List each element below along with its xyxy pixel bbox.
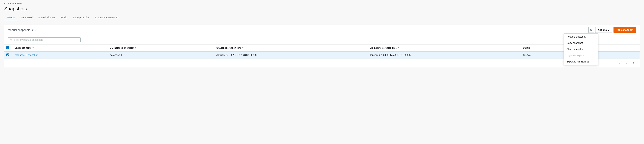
tabs-bar: Manual Automated Shared with me Public B… bbox=[0, 14, 644, 21]
actions-dropdown-container: Actions ▲ Restore snapshot Copy snapshot… bbox=[595, 27, 612, 33]
next-page-button[interactable]: › bbox=[624, 60, 629, 66]
search-input-wrap[interactable]: 🔍 bbox=[8, 37, 80, 42]
row-instance-created-time: January 27, 2023, 14:48 (UTC+00:00) bbox=[366, 51, 520, 59]
prev-page-button[interactable]: ‹ bbox=[617, 60, 622, 66]
col-db-instance: DB instance or cluster ▼ bbox=[106, 44, 213, 51]
panel-title-wrap: Manual snapshots (1) bbox=[8, 28, 36, 32]
snapshots-table-container: Snapshot name ▼ DB instance or cluster ▼ bbox=[4, 44, 640, 59]
snapshots-table: Snapshot name ▼ DB instance or cluster ▼ bbox=[4, 44, 640, 59]
breadcrumb-separator: › bbox=[10, 2, 10, 5]
row-snapshot-name: database-1-snapshot bbox=[11, 51, 106, 59]
panel-toolbar: ↻ Actions ▲ Restore snapshot Copy snapsh… bbox=[588, 27, 636, 33]
tab-backup-service[interactable]: Backup service bbox=[70, 14, 92, 21]
bottom-bar: ‹ › ⚙ bbox=[4, 59, 640, 67]
breadcrumb-parent[interactable]: RDS bbox=[4, 2, 9, 5]
dropdown-item-migrate: Migrate snapshot bbox=[564, 52, 598, 58]
sort-icon-creation-time: ▼ bbox=[242, 47, 244, 49]
status-available-icon bbox=[523, 54, 526, 56]
search-input[interactable] bbox=[14, 38, 79, 41]
panel-header: Manual snapshots (1) ↻ Actions ▲ Restore… bbox=[4, 25, 640, 35]
settings-button[interactable]: ⚙ bbox=[631, 60, 636, 66]
breadcrumb: RDS › Snapshots bbox=[0, 0, 644, 5]
tab-automated[interactable]: Automated bbox=[18, 14, 35, 21]
dropdown-item-export[interactable]: Export to Amazon S3 bbox=[564, 58, 598, 65]
dropdown-item-copy[interactable]: Copy snapshot bbox=[564, 40, 598, 46]
table-row: database-1-snapshot database-1 January 2… bbox=[4, 51, 640, 59]
gear-icon: ⚙ bbox=[632, 62, 634, 64]
actions-arrow-icon: ▲ bbox=[608, 29, 610, 31]
sort-icon-instance-created-time: ▼ bbox=[398, 47, 399, 49]
row-checkbox[interactable] bbox=[6, 53, 9, 56]
col-creation-time: Snapshot creation time ▼ bbox=[213, 44, 366, 51]
dropdown-item-share[interactable]: Share snapshot bbox=[564, 46, 598, 52]
page-title: Snapshots bbox=[0, 5, 644, 14]
breadcrumb-current: Snapshots bbox=[12, 2, 22, 5]
panel-title: Manual snapshots (1) bbox=[8, 28, 36, 32]
col-status: Status bbox=[520, 44, 566, 51]
row-checkbox-cell bbox=[4, 51, 11, 59]
tab-manual[interactable]: Manual bbox=[4, 14, 18, 21]
take-snapshot-button[interactable]: Take snapshot bbox=[614, 27, 636, 33]
tab-public[interactable]: Public bbox=[58, 14, 70, 21]
select-all-cell bbox=[4, 44, 11, 51]
tab-exports-s3[interactable]: Exports in Amazon S3 bbox=[92, 14, 121, 21]
main-content: Manual snapshots (1) ↻ Actions ▲ Restore… bbox=[0, 21, 644, 71]
refresh-button[interactable]: ↻ bbox=[588, 27, 594, 33]
actions-dropdown-menu: Restore snapshot Copy snapshot Share sna… bbox=[564, 33, 598, 65]
refresh-icon: ↻ bbox=[590, 28, 592, 32]
take-snapshot-label: Take snapshot bbox=[616, 28, 633, 31]
actions-label: Actions bbox=[598, 28, 607, 31]
row-status: Ava bbox=[520, 51, 566, 59]
actions-button[interactable]: Actions ▲ bbox=[595, 27, 612, 33]
dropdown-item-restore[interactable]: Restore snapshot bbox=[564, 34, 598, 40]
table-header-row: Snapshot name ▼ DB instance or cluster ▼ bbox=[4, 44, 640, 51]
sort-icon-db-instance: ▼ bbox=[134, 47, 136, 49]
tab-shared-with-me[interactable]: Shared with me bbox=[35, 14, 58, 21]
row-creation-time: January 27, 2023, 15:01 (UTC+00:00) bbox=[213, 51, 366, 59]
snapshot-name-link[interactable]: database-1-snapshot bbox=[15, 54, 38, 56]
search-bar: 🔍 bbox=[4, 35, 640, 44]
snapshots-panel: Manual snapshots (1) ↻ Actions ▲ Restore… bbox=[4, 24, 640, 67]
col-instance-created-time: DB Instance created time ▼ bbox=[366, 44, 520, 51]
status-text: Ava bbox=[526, 54, 531, 56]
col-snapshot-name: Snapshot name ▼ bbox=[11, 44, 106, 51]
sort-icon-snapshot-name: ▼ bbox=[32, 47, 34, 49]
next-icon: › bbox=[626, 62, 627, 64]
row-db-instance: database-1 bbox=[106, 51, 213, 59]
select-all-checkbox[interactable] bbox=[6, 46, 9, 49]
search-icon: 🔍 bbox=[10, 38, 13, 41]
prev-icon: ‹ bbox=[619, 62, 620, 64]
